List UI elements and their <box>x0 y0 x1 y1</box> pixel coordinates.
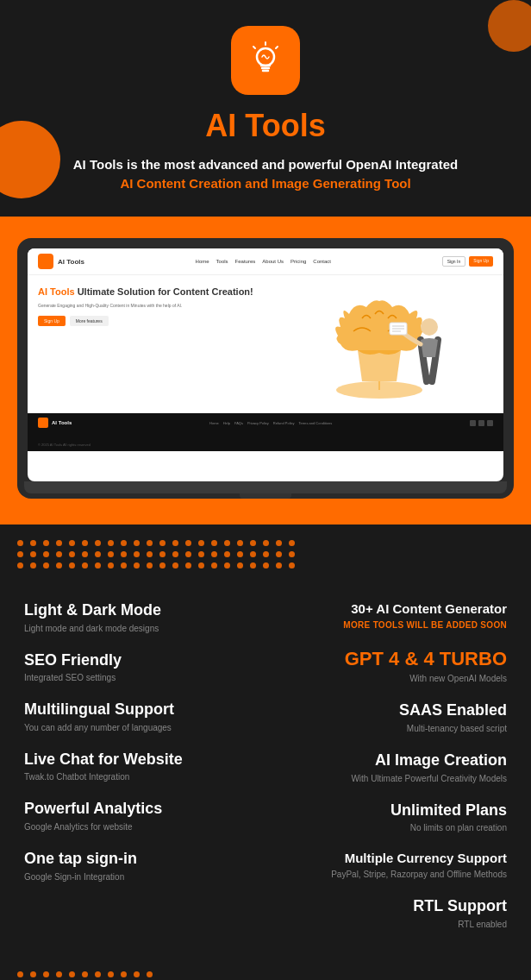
screen-footer: AI Tools Home Help FAQs Privacy Policy R… <box>28 413 503 432</box>
dot <box>263 540 269 546</box>
dot <box>82 971 88 977</box>
dot <box>30 971 36 977</box>
dot <box>276 562 282 569</box>
dot <box>17 562 23 569</box>
screen-nav-features: Features <box>235 259 256 264</box>
dot <box>250 540 256 546</box>
dots-top-section <box>0 525 531 584</box>
features-grid: Light & Dark Mode Light mode and dark mo… <box>17 593 514 939</box>
dot <box>211 551 217 557</box>
dot <box>237 562 243 569</box>
dot <box>289 562 295 569</box>
screen-signup-button: Sign Up <box>469 256 493 267</box>
feature-analytics-subtitle: Google Analytics for website <box>24 821 259 832</box>
feature-signin-subtitle: Google Sign-in Integration <box>24 871 259 883</box>
dot <box>82 540 88 546</box>
feature-ai-generator-title: 30+ AI Content Generator <box>272 601 507 617</box>
dot <box>17 551 23 557</box>
feature-saas: SAAS Enabled Multi-tenancy based script <box>266 693 514 743</box>
feature-rtl-title: RTL Support <box>272 897 507 916</box>
feature-multilingual-subtitle: You can add any number of languages <box>24 722 259 733</box>
dot <box>43 551 49 557</box>
screen-nav-buttons: Sign In Sign Up <box>442 256 493 267</box>
feature-unlimited-plans-title: Unlimited Plans <box>272 801 507 820</box>
lightbulb-icon <box>245 40 286 81</box>
feature-analytics: Powerful Analytics Google Analytics for … <box>17 791 266 841</box>
dot <box>121 551 127 557</box>
dot <box>134 562 140 569</box>
dot <box>30 562 36 569</box>
screen-footer-logo: AI Tools <box>38 418 72 428</box>
dot <box>43 540 49 546</box>
dot <box>95 971 101 977</box>
dot <box>108 971 114 977</box>
screen-nav-tools: Tools <box>216 259 228 264</box>
feature-ai-generator: 30+ AI Content Generator MORE TOOLS WILL… <box>266 593 514 639</box>
dot <box>69 562 75 569</box>
dot <box>263 551 269 557</box>
feature-saas-subtitle: Multi-tenancy based script <box>272 723 507 734</box>
dot <box>69 551 75 557</box>
screen-footer-links: Home Help FAQs Privacy Policy Refund Pol… <box>209 421 332 425</box>
dot <box>276 540 282 546</box>
features-right-column: 30+ AI Content Generator MORE TOOLS WILL… <box>266 593 514 939</box>
screen-nav-contact: Contact <box>313 259 331 264</box>
feature-gpt4-subtitle: With new OpenAI Models <box>272 673 507 684</box>
dot <box>185 540 191 546</box>
feature-livechat-title: Live Chat for Website <box>24 751 259 770</box>
feature-ai-image: AI Image Creation With Ultimate Powerful… <box>266 743 514 793</box>
dot <box>147 971 153 977</box>
dot <box>134 971 140 977</box>
feature-multilingual: Multilingual Support You can add any num… <box>17 692 266 742</box>
dot <box>56 540 62 546</box>
screen-nav-home: Home <box>196 259 209 264</box>
dot <box>56 551 62 557</box>
app-description-line2: AI Content Creation and Image Generating… <box>17 176 514 191</box>
screen-nav-pricing: Pricing <box>290 259 306 264</box>
dot <box>95 551 101 557</box>
app-description-line1: AI Tools is the most advanced and powerf… <box>17 157 514 172</box>
dot <box>56 971 62 977</box>
feature-seo-subtitle: Integrated SEO settings <box>24 672 259 683</box>
feature-signin: One tap sign-in Google Sign-in Integrati… <box>17 841 266 891</box>
dot <box>30 551 36 557</box>
dot <box>198 551 204 557</box>
dot <box>147 562 153 569</box>
dot <box>211 562 217 569</box>
dot <box>121 971 127 977</box>
feature-unlimited-plans: Unlimited Plans No limits on plan creati… <box>266 793 514 843</box>
dot <box>159 562 166 569</box>
feature-ai-image-subtitle: With Ultimate Powerful Creativity Models <box>272 773 507 784</box>
dot <box>121 562 127 569</box>
feature-rtl-subtitle: RTL enabled <box>272 919 507 930</box>
feature-saas-title: SAAS Enabled <box>272 701 507 720</box>
dot <box>263 562 269 569</box>
dot <box>69 540 75 546</box>
screen-hero-title-highlight: AI Tools <box>38 286 78 297</box>
dot <box>43 971 49 977</box>
laptop-screen: AI Tools Home Tools Features About Us Pr… <box>28 248 503 481</box>
laptop-mockup: AI Tools Home Tools Features About Us Pr… <box>17 238 514 499</box>
feature-multilingual-title: Multilingual Support <box>24 700 259 719</box>
dot <box>134 551 140 557</box>
dot <box>159 551 166 557</box>
dot <box>250 562 256 569</box>
preview-section: AI Tools Home Tools Features About Us Pr… <box>0 217 531 525</box>
screen-logo-text: AI Tools <box>58 258 84 266</box>
screen-hero: AI Tools Ultimate Solution for Content C… <box>28 275 503 413</box>
screen-hero-more-btn: More features <box>70 316 109 326</box>
dot <box>172 551 178 557</box>
dot <box>185 562 191 569</box>
feature-ai-generator-subtitle: MORE TOOLS WILL BE ADDED SOON <box>272 619 507 631</box>
screen-footer-link-refund: Refund Policy <box>273 421 295 425</box>
screen-hero-signup-btn: Sign Up <box>38 316 66 326</box>
screen-footer-logo-text: AI Tools <box>52 420 72 425</box>
screen-copyright: © 2025 AI Tools All rights reserved <box>28 432 503 451</box>
dot <box>43 562 49 569</box>
screen-signin-button: Sign In <box>442 256 466 267</box>
svg-line-2 <box>253 47 255 48</box>
feature-light-dark-title: Light & Dark Mode <box>24 601 259 620</box>
dot <box>17 971 23 977</box>
screen-hero-right <box>266 286 493 403</box>
dot <box>159 540 166 546</box>
